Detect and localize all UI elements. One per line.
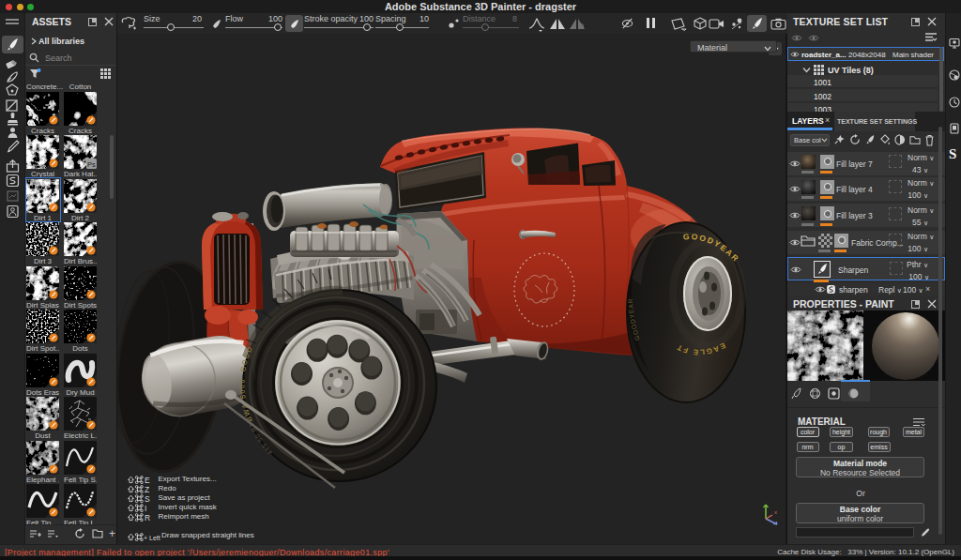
svg-text:E: E bbox=[145, 476, 150, 484]
svg-text:R: R bbox=[145, 513, 150, 522]
svg-text:+ Left: + Left bbox=[144, 534, 160, 540]
svg-text:Ps: Ps bbox=[87, 160, 96, 169]
svg-text:I: I bbox=[145, 504, 146, 512]
svg-text:Z: Z bbox=[145, 485, 149, 493]
svg-text:S: S bbox=[145, 494, 150, 503]
svg-text:x: x bbox=[774, 509, 777, 515]
